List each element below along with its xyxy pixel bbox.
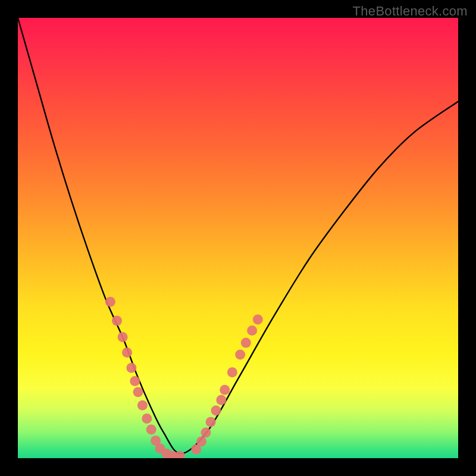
data-marker (122, 347, 132, 358)
data-marker (227, 367, 237, 377)
marker-cluster-left (105, 297, 185, 458)
data-marker (206, 417, 216, 427)
data-marker (146, 424, 156, 434)
chart-frame: TheBottleneck.com (0, 0, 476, 476)
watermark-text: TheBottleneck.com (353, 4, 468, 19)
data-marker (118, 332, 128, 342)
marker-cluster-right (191, 314, 263, 454)
bottleneck-curve (18, 18, 458, 454)
data-marker (196, 436, 206, 446)
data-marker (130, 376, 140, 386)
data-marker (133, 387, 143, 397)
data-marker (142, 414, 152, 424)
data-marker (137, 400, 148, 411)
data-marker (220, 385, 230, 395)
data-marker (253, 314, 263, 324)
chart-plot-area (18, 18, 458, 458)
chart-svg-layer (18, 18, 458, 458)
data-marker (112, 316, 122, 326)
data-marker (126, 363, 136, 373)
data-marker (216, 395, 226, 405)
data-marker (211, 406, 221, 416)
data-marker (241, 338, 251, 348)
data-marker (235, 350, 245, 360)
data-marker (201, 428, 211, 438)
data-marker (247, 325, 257, 336)
data-marker (105, 297, 115, 307)
